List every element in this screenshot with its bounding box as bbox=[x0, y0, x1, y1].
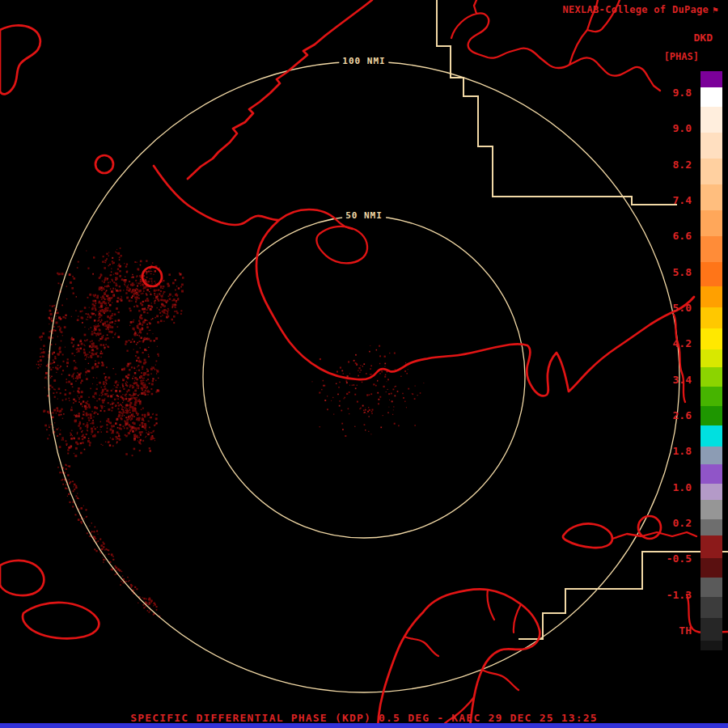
colorbar-segment bbox=[700, 535, 722, 558]
colorbar-segment bbox=[700, 425, 722, 447]
peninsula-southwest-1 bbox=[0, 561, 44, 595]
colorbar-segment bbox=[700, 286, 722, 307]
colorbar-segment bbox=[700, 184, 722, 210]
coast-blob-west-top bbox=[0, 25, 40, 94]
radar-echoes bbox=[36, 248, 425, 617]
source-title-text: NEXLAB-College of DuPage bbox=[562, 4, 709, 15]
colorbar-segment bbox=[700, 387, 722, 406]
colorbar-segment bbox=[700, 447, 722, 464]
product-caption: SPECIFIC DIFFERENTIAL PHASE (KDP) 0.5 DE… bbox=[0, 712, 728, 724]
peninsula-southwest-2 bbox=[23, 603, 99, 639]
colorbar-segment bbox=[700, 159, 722, 184]
range-ring-label-100nmi: 100 NMI bbox=[339, 56, 388, 66]
river-delta-south bbox=[378, 589, 540, 728]
colorbar-segment bbox=[700, 107, 722, 133]
colorbar-segment bbox=[700, 349, 722, 367]
colorbar-segment bbox=[700, 618, 722, 641]
bay-lake-outline bbox=[316, 226, 367, 264]
range-ring-50nmi bbox=[203, 216, 525, 538]
colorbar-segment bbox=[700, 71, 722, 87]
boundary-steps-southeast bbox=[518, 552, 728, 639]
colorbar-segment bbox=[700, 236, 722, 262]
colorbar-segment bbox=[700, 500, 722, 519]
range-ring-label-50nmi: 50 NMI bbox=[342, 210, 386, 221]
delta-branches bbox=[404, 590, 521, 728]
colorbar-segment bbox=[700, 262, 722, 286]
colorbar-segment bbox=[700, 484, 722, 500]
island-southeast bbox=[563, 524, 612, 548]
colorbar-segment bbox=[700, 558, 722, 578]
radar-display: NEXLAB-College of DuPage⚑ DKD [PHAS] 100… bbox=[0, 0, 728, 728]
colorbar-segment bbox=[700, 307, 722, 328]
coastline-northwest bbox=[188, 0, 372, 179]
colorbar-segment bbox=[700, 519, 722, 535]
colorbar-segment bbox=[700, 210, 722, 236]
product-code: DKD bbox=[694, 32, 713, 44]
colorbar-segment bbox=[700, 133, 722, 159]
source-title: NEXLAB-College of DuPage⚑ bbox=[562, 4, 718, 15]
small-circle-feature-northwest bbox=[95, 155, 113, 173]
colorbar-segment bbox=[700, 641, 722, 650]
range-ring-100nmi bbox=[49, 61, 679, 692]
colorbar-segment bbox=[700, 597, 722, 618]
product-units: [PHAS] bbox=[664, 51, 699, 62]
colorbar bbox=[700, 71, 722, 650]
boundary-steps-north bbox=[437, 0, 677, 205]
colorbar-segment bbox=[700, 406, 722, 425]
colorbar-segment bbox=[700, 578, 722, 597]
colorbar-segment bbox=[700, 464, 722, 484]
colorbar-segment bbox=[700, 87, 722, 107]
cod-logo-icon: ⚑ bbox=[713, 5, 718, 15]
colorbar-segment bbox=[700, 367, 722, 387]
colorbar-segment bbox=[700, 328, 722, 349]
radar-map-canvas bbox=[0, 0, 728, 728]
footer-bar bbox=[0, 723, 728, 728]
